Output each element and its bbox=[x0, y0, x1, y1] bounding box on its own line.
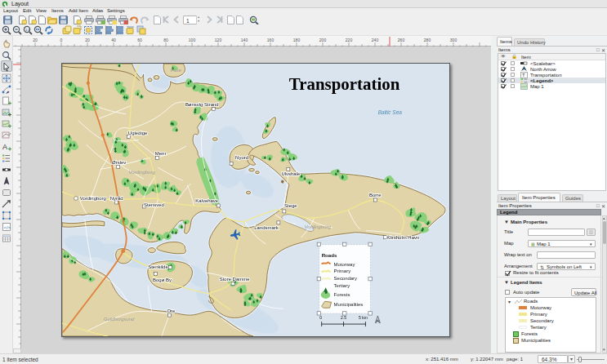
svg-text:Baltic Sea: Baltic Sea bbox=[378, 109, 402, 115]
svg-text:Stensved: Stensved bbox=[144, 202, 164, 207]
svg-text:Forests: Forests bbox=[334, 292, 350, 297]
svg-text:100: 100 bbox=[189, 38, 196, 42]
svg-text:Primary: Primary bbox=[334, 269, 351, 273]
svg-text:0: 0 bbox=[60, 38, 63, 42]
svg-text:Bønsvig Strand: Bønsvig Strand bbox=[185, 102, 219, 107]
svg-text:Kalvehave: Kalvehave bbox=[195, 198, 219, 203]
svg-text:Ore: Ore bbox=[167, 309, 176, 313]
svg-text:180: 180 bbox=[293, 38, 301, 42]
svg-text:Klintholm Havn: Klintholm Havn bbox=[386, 235, 419, 240]
svg-text:Borre: Borre bbox=[369, 193, 382, 198]
svg-text:2.5: 2.5 bbox=[341, 316, 346, 320]
svg-text:Mern: Mern bbox=[155, 151, 167, 156]
svg-text:260: 260 bbox=[398, 38, 405, 42]
svg-text:Secondary: Secondary bbox=[334, 276, 358, 281]
svg-text:80: 80 bbox=[163, 38, 168, 42]
svg-text:160: 160 bbox=[267, 38, 274, 42]
svg-text:Vordingborg: Vordingborg bbox=[80, 196, 106, 201]
svg-text:Ulvshale: Ulvshale bbox=[281, 171, 301, 176]
svg-text:Motorway: Motorway bbox=[334, 262, 355, 267]
svg-text:1:1: 1:1 bbox=[25, 28, 30, 32]
svg-text:40: 40 bbox=[111, 38, 116, 42]
svg-text:Faxe: Faxe bbox=[171, 68, 182, 73]
svg-text:Landsmark: Landsmark bbox=[254, 225, 278, 230]
svg-text:Vordingborg: Vordingborg bbox=[305, 224, 332, 229]
svg-text:280: 280 bbox=[424, 38, 431, 42]
svg-text:Nyord: Nyord bbox=[235, 155, 248, 160]
svg-text:300: 300 bbox=[450, 38, 457, 42]
svg-text:Tertiary: Tertiary bbox=[334, 283, 350, 288]
svg-text:</>: </> bbox=[3, 225, 11, 230]
svg-text:60: 60 bbox=[137, 38, 142, 42]
svg-text:0: 0 bbox=[319, 316, 322, 320]
svg-text:240: 240 bbox=[372, 38, 379, 42]
svg-text:20: 20 bbox=[85, 38, 90, 42]
svg-text:220: 220 bbox=[346, 38, 353, 42]
svg-text:Guldborgsund: Guldborgsund bbox=[104, 317, 135, 322]
svg-text:Store Damme: Store Damme bbox=[220, 277, 250, 282]
svg-text:Ørslev: Ørslev bbox=[112, 160, 126, 165]
svg-text:120: 120 bbox=[215, 38, 222, 42]
svg-text:200: 200 bbox=[319, 38, 327, 42]
svg-text:Nyråd: Nyråd bbox=[110, 196, 123, 201]
svg-text:A: A bbox=[2, 143, 7, 151]
svg-text:Roads: Roads bbox=[322, 252, 337, 258]
svg-text:Ugledige: Ugledige bbox=[128, 131, 148, 135]
svg-text:Vordingborg: Vordingborg bbox=[128, 170, 155, 175]
svg-text:Bogø By: Bogø By bbox=[153, 277, 172, 282]
svg-text:Municipalities: Municipalities bbox=[334, 302, 364, 307]
svg-text:Stege: Stege bbox=[284, 203, 297, 208]
svg-text:20: 20 bbox=[33, 38, 38, 42]
svg-text:Stenkilde: Stenkilde bbox=[148, 264, 168, 269]
svg-text:140: 140 bbox=[241, 38, 248, 42]
svg-text:Transportation: Transportation bbox=[289, 74, 400, 94]
svg-text:5 km: 5 km bbox=[359, 316, 368, 320]
